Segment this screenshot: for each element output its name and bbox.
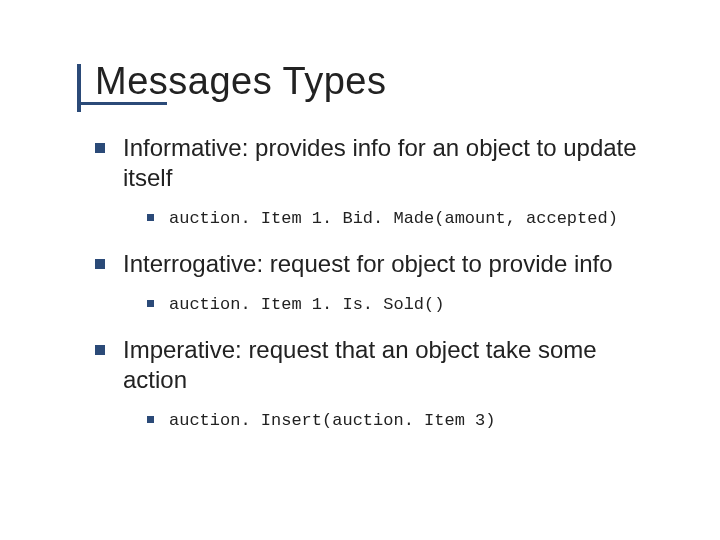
code-item: auction. Insert(auction. Item 3): [123, 409, 640, 433]
bullet-list-level2: auction. Insert(auction. Item 3): [123, 409, 640, 433]
code-item: auction. Item 1. Is. Sold(): [123, 293, 640, 317]
list-item: Informative: provides info for an object…: [95, 133, 640, 231]
slide: Messages Types Informative: provides inf…: [0, 0, 720, 540]
list-item-text: Interrogative: request for object to pro…: [123, 250, 613, 277]
list-item: Interrogative: request for object to pro…: [95, 249, 640, 317]
bullet-list-level2: auction. Item 1. Is. Sold(): [123, 293, 640, 317]
list-item: Imperative: request that an object take …: [95, 335, 640, 433]
bullet-list-level2: auction. Item 1. Bid. Made(amount, accep…: [123, 207, 640, 231]
list-item-text: Informative: provides info for an object…: [123, 134, 637, 191]
title-accent-horizontal: [77, 102, 167, 105]
code-item: auction. Item 1. Bid. Made(amount, accep…: [123, 207, 640, 231]
list-item-text: Imperative: request that an object take …: [123, 336, 597, 393]
slide-title: Messages Types: [95, 60, 640, 103]
bullet-list-level1: Informative: provides info for an object…: [95, 133, 640, 432]
title-area: Messages Types: [95, 60, 640, 103]
